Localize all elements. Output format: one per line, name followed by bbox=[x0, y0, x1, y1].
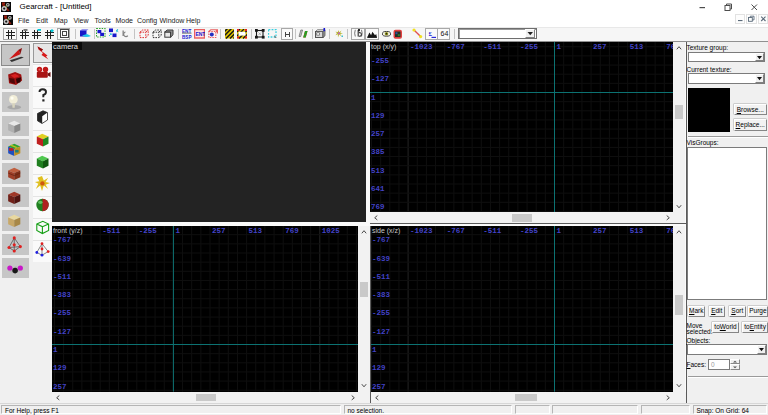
svg-text:£: £ bbox=[428, 30, 432, 38]
svg-text:BSP: BSP bbox=[182, 35, 191, 40]
svg-text:ENT: ENT bbox=[195, 30, 205, 36]
